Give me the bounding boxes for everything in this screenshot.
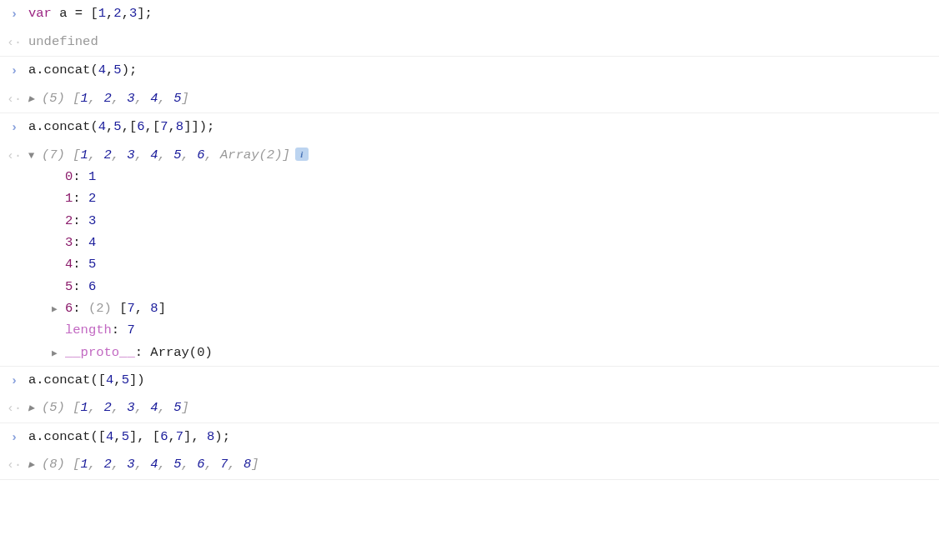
input-code[interactable]: a.concat(4,5,[6,[7,8]]); [28, 116, 939, 138]
number-literal: 5 [173, 457, 181, 472]
output-prompt-icon: ‹· [0, 31, 28, 54]
comma: , [135, 400, 151, 415]
comma: , [158, 457, 174, 472]
disclosure-down-icon[interactable]: ▼ [28, 148, 40, 164]
comma: , [182, 148, 198, 162]
number-literal: 4 [106, 372, 113, 388]
input-prompt-icon: › [0, 2, 28, 26]
number-literal: 3 [127, 457, 134, 472]
array-entry[interactable]: 3: 4 [65, 232, 932, 253]
entry-value: 6 [88, 279, 96, 294]
comma: , [135, 91, 151, 106]
bracket: [ [65, 457, 81, 472]
number-literal: 2 [103, 148, 111, 162]
comma: , [182, 457, 198, 472]
console-input-row: › a.concat(4,5); [0, 57, 939, 85]
code-text: ); [214, 429, 230, 444]
bracket: [ [65, 148, 81, 162]
number-literal: 1 [81, 148, 88, 162]
bracket: ] [182, 91, 189, 106]
output-array[interactable]: ▶(5) [1, 2, 3, 4, 5] [28, 88, 939, 109]
colon: : [73, 213, 88, 228]
number-literal: 8 [150, 301, 158, 316]
disclosure-right-icon[interactable]: ▶ [28, 91, 40, 108]
entry-index: 5 [65, 279, 73, 294]
number-literal: 4 [150, 400, 158, 415]
number-literal: 5 [113, 62, 121, 78]
output-array-expanded: ▼(7) [1, 2, 3, 4, 5, 6, Array(2)]i 0: 1 … [28, 144, 939, 363]
bracket: ] [182, 400, 189, 415]
comma: , [113, 429, 121, 444]
code-text: a.concat([ [28, 429, 106, 444]
array-length[interactable]: length: 7 [65, 319, 932, 341]
number-literal: 1 [98, 6, 106, 21]
comma: , [228, 457, 244, 472]
number-literal: 3 [127, 91, 134, 106]
comma: , [112, 457, 128, 472]
colon: : [73, 279, 88, 294]
code-text: ], [ [129, 429, 160, 444]
number-literal: 1 [81, 400, 88, 415]
array-count: (2) [88, 301, 112, 316]
info-icon[interactable]: i [295, 148, 309, 161]
comma: , [168, 429, 175, 444]
console-input-row: › a.concat(4,5,[6,[7,8]]); [0, 113, 939, 142]
input-code[interactable]: var a = [1,2,3]; [28, 2, 939, 24]
array-count: (8) [42, 457, 65, 472]
length-value: 7 [127, 322, 134, 338]
disclosure-right-icon[interactable]: ▶ [28, 400, 40, 417]
disclosure-right-icon[interactable]: ▶ [52, 302, 62, 318]
array-proto[interactable]: ▶__proto__: Array(0) [65, 342, 932, 363]
array-entry[interactable]: 0: 1 [65, 166, 932, 188]
output-array[interactable]: ▶(8) [1, 2, 3, 4, 5, 6, 7, 8] [28, 453, 939, 475]
array-entry[interactable]: 2: 3 [65, 210, 932, 232]
number-literal: 8 [176, 119, 183, 134]
array-entry-nested[interactable]: ▶6: (2) [7, 8] [65, 298, 932, 319]
array-entry[interactable]: 5: 6 [65, 276, 932, 298]
output-prompt-icon: ‹· [0, 397, 28, 420]
array-count: (5) [42, 400, 65, 415]
comma: , [168, 119, 176, 134]
colon: : [135, 345, 151, 360]
number-literal: 6 [137, 119, 144, 134]
colon: : [112, 322, 128, 338]
input-code[interactable]: a.concat([4,5]) [28, 369, 939, 391]
number-literal: 4 [98, 62, 106, 78]
number-literal: 4 [150, 91, 158, 106]
output-array[interactable]: ▶(5) [1, 2, 3, 4, 5] [28, 397, 939, 418]
number-literal: 2 [103, 457, 111, 472]
number-literal: 1 [81, 457, 88, 472]
output-prompt-icon: ‹· [0, 88, 28, 111]
comma: , [135, 301, 151, 316]
console-output-row: ‹· ▶(5) [1, 2, 3, 4, 5] [0, 85, 939, 114]
input-code[interactable]: a.concat([4,5], [6,7], 8); [28, 426, 939, 448]
comma: , [113, 372, 121, 388]
code-text: ,[ [145, 119, 161, 134]
input-code[interactable]: a.concat(4,5); [28, 59, 939, 81]
proto-value: Array(0) [150, 345, 212, 360]
disclosure-right-icon[interactable]: ▶ [52, 346, 62, 362]
number-literal: 7 [127, 301, 134, 316]
array-summary[interactable]: ▼(7) [1, 2, 3, 4, 5, 6, Array(2)]i [28, 144, 932, 166]
code-text: ], [183, 429, 207, 444]
code-text: a = [ [52, 6, 98, 21]
array-entry[interactable]: 4: 5 [65, 253, 932, 275]
input-prompt-icon: › [0, 426, 28, 449]
comma: , [88, 400, 104, 415]
input-prompt-icon: › [0, 116, 28, 139]
entry-index: 0 [65, 169, 73, 184]
comma: , [158, 91, 174, 106]
number-literal: 2 [103, 400, 111, 415]
bracket: [ [65, 91, 81, 106]
code-text: ]]); [183, 119, 214, 134]
array-count: (7) [42, 148, 65, 162]
number-literal: 8 [207, 429, 214, 444]
disclosure-right-icon[interactable]: ▶ [28, 457, 40, 473]
number-literal: 7 [176, 429, 183, 444]
comma: , [135, 457, 151, 472]
code-text: ); [122, 62, 138, 78]
comma: , [135, 148, 151, 162]
colon: : [73, 191, 88, 206]
array-entry[interactable]: 1: 2 [65, 188, 932, 209]
number-literal: 5 [113, 119, 121, 134]
